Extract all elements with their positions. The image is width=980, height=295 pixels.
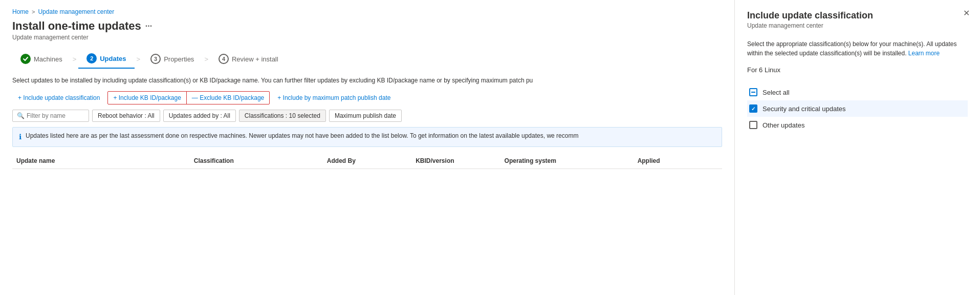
classification-label-other: Other updates [763, 121, 804, 129]
classification-label-select-all: Select all [763, 89, 790, 96]
page-title: Install one-time updates [12, 19, 141, 33]
col-kbid: KBID/version [411, 157, 500, 164]
tab-sep-1: > [73, 55, 77, 63]
tab-label-review: Review + install [232, 55, 278, 63]
tab-label-properties: Properties [164, 55, 194, 63]
page-subtitle: Update management center [12, 34, 722, 41]
reboot-filter-chip[interactable]: Reboot behavior : All [92, 110, 160, 122]
info-icon: ℹ [19, 132, 21, 142]
tab-properties[interactable]: 3 Properties [142, 50, 202, 68]
filter-bar: 🔍 Reboot behavior : All Updates added by… [12, 110, 722, 122]
tab-label-updates: Updates [100, 55, 126, 62]
wizard-tabs: Machines > 2 Updates > 3 Properties > 4 … [12, 49, 722, 69]
classification-item-security[interactable]: ✓ Security and critical updates [747, 100, 968, 117]
side-panel: ✕ Include update classification Update m… [734, 0, 980, 295]
side-panel-subtitle: Update management center [747, 22, 968, 29]
col-update-name: Update name [12, 157, 190, 164]
checkbox-security: ✓ [749, 104, 757, 113]
updates-filter-chip[interactable]: Updates added by : All [163, 110, 236, 122]
title-ellipsis[interactable]: ··· [145, 22, 152, 31]
tab-circle-updates: 2 [86, 53, 97, 64]
search-icon: 🔍 [17, 112, 25, 119]
include-kb-button[interactable]: + Include KB ID/package [108, 92, 186, 104]
filter-input-container[interactable]: 🔍 [12, 110, 89, 122]
tab-review[interactable]: 4 Review + install [210, 50, 287, 68]
learn-more-link[interactable]: Learn more [908, 50, 940, 57]
classification-item-other[interactable]: Other updates [747, 117, 968, 133]
col-applied: Applied [634, 157, 722, 164]
classifications-filter-chip[interactable]: Classifications : 10 selected [239, 110, 326, 122]
tab-sep-3: > [204, 55, 208, 63]
breadcrumb: Home > Update management center [12, 8, 722, 15]
checkmark-security: ✓ [751, 106, 755, 112]
close-icon[interactable]: ✕ [963, 8, 970, 18]
tab-updates[interactable]: 2 Updates [78, 49, 134, 69]
col-classification: Classification [190, 157, 323, 164]
tab-circle-machines [20, 54, 31, 64]
tab-machines[interactable]: Machines [12, 50, 71, 68]
exclude-kb-button[interactable]: — Exclude KB ID/package [187, 92, 269, 104]
tab-circle-review: 4 [219, 54, 229, 64]
checkbox-other [749, 121, 757, 129]
max-publish-filter-chip[interactable]: Maximum publish date [329, 110, 402, 122]
page-title-container: Install one-time updates ··· [12, 19, 722, 33]
partial-mark [751, 92, 755, 93]
tab-circle-properties: 3 [150, 54, 161, 64]
info-bar: ℹ Updates listed here are as per the las… [12, 127, 722, 147]
side-panel-description: Select the appropriate classification(s)… [747, 39, 968, 58]
include-max-date-button[interactable]: + Include by maximum patch publish date [272, 91, 396, 104]
classification-item-select-all[interactable]: Select all [747, 84, 968, 100]
table-header: Update name Classification Added By KBID… [12, 153, 722, 169]
breadcrumb-home[interactable]: Home [12, 8, 29, 15]
section-label: For 6 Linux [747, 66, 968, 74]
col-added-by: Added By [323, 157, 411, 164]
breadcrumb-parent[interactable]: Update management center [38, 8, 114, 15]
kb-toolbar-group: + Include KB ID/package — Exclude KB ID/… [107, 91, 270, 104]
classification-label-security: Security and critical updates [763, 105, 846, 113]
main-content: Home > Update management center Install … [0, 0, 734, 295]
side-panel-title: Include update classification [747, 10, 968, 21]
classification-list: Select all ✓ Security and critical updat… [747, 84, 968, 133]
page-description: Select updates to be installed by includ… [12, 76, 722, 85]
info-text: Updates listed here are as per the last … [26, 132, 578, 140]
include-classification-button[interactable]: + Include update classification [12, 91, 105, 104]
breadcrumb-sep1: > [32, 9, 35, 15]
col-os: Operating system [500, 157, 634, 164]
checkbox-select-all [749, 88, 757, 96]
tab-sep-2: > [137, 55, 141, 63]
toolbar: + Include update classification + Includ… [12, 91, 722, 104]
search-input[interactable] [27, 112, 84, 119]
tab-label-machines: Machines [34, 55, 62, 63]
